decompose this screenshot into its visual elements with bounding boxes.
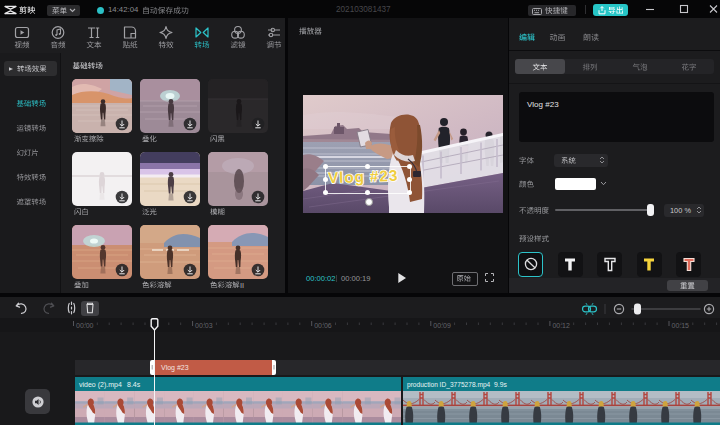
svg-text:00:09: 00:09 xyxy=(433,322,451,329)
svg-text:00:12: 00:12 xyxy=(552,322,570,329)
svg-text:9.9s: 9.9s xyxy=(494,381,507,388)
svg-text:production ID_3775278.mp4: production ID_3775278.mp4 xyxy=(407,381,491,389)
svg-text:00:03: 00:03 xyxy=(195,322,213,329)
svg-text:00:00: 00:00 xyxy=(76,322,94,329)
svg-text:00:06: 00:06 xyxy=(314,322,332,329)
svg-text:video (2).mp4: video (2).mp4 xyxy=(79,381,122,389)
svg-text:00:15: 00:15 xyxy=(672,322,690,329)
svg-text:8.4s: 8.4s xyxy=(127,381,141,388)
